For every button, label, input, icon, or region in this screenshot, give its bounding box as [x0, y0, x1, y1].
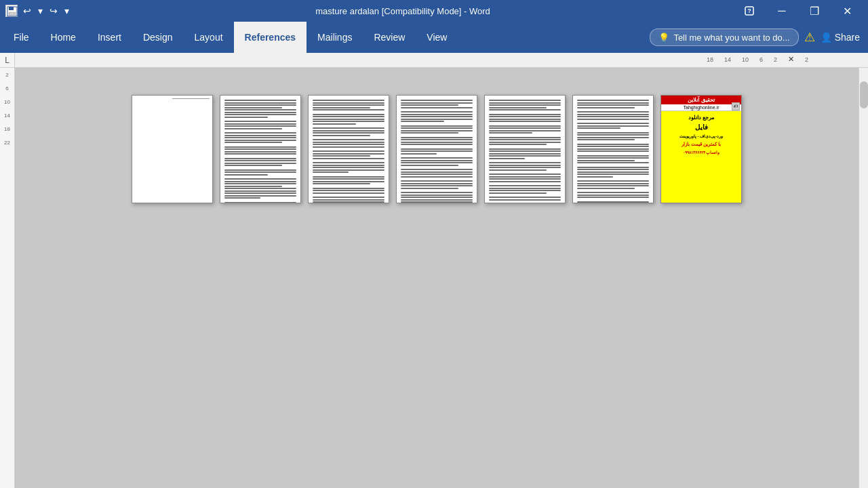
ribbon-right: 💡 Tell me what you want to do... ⚠ 👤 Sha…: [650, 28, 865, 46]
qat-customize-button[interactable]: ▾: [62, 4, 72, 18]
page-4-content: [397, 96, 477, 203]
left-num-18: 18: [4, 122, 10, 136]
page-3[interactable]: [308, 95, 389, 203]
ad-site: Tahghighonline.ir: [661, 104, 741, 111]
title-bar-title: masture ardalan [Compatibility Mode] - W…: [72, 6, 734, 16]
tell-me-box[interactable]: 💡 Tell me what you want to do...: [650, 28, 798, 46]
left-num-6: 6: [5, 81, 8, 95]
tab-references[interactable]: References: [234, 22, 307, 53]
ruler-num-2: 2: [774, 56, 777, 63]
share-label: Share: [835, 32, 860, 43]
ruler-cursor-mark: ✕: [788, 55, 794, 64]
page-6-content: [573, 96, 653, 203]
ribbon: File Home Insert Design Layout Reference…: [0, 22, 868, 53]
page-1[interactable]: [132, 95, 213, 203]
svg-rect-1: [9, 7, 14, 10]
ruler-num-2b: 2: [805, 56, 808, 63]
left-num-14: 14: [4, 108, 10, 122]
ruler-num-14: 14: [724, 56, 731, 63]
warning-icon[interactable]: ⚠: [804, 30, 815, 45]
restore-button[interactable]: ❐: [799, 0, 830, 22]
tab-home[interactable]: Home: [40, 22, 87, 53]
tab-file[interactable]: File: [3, 22, 40, 53]
pages-row: تحقیق آنلاین Tahghighonline.ir مرجع دانل…: [15, 95, 859, 203]
page-2[interactable]: [220, 95, 301, 203]
scroll-thumb[interactable]: [860, 81, 868, 108]
ruler-numbers: 18 14 10 6 2 ✕ 2: [701, 55, 814, 64]
page-1-content: [132, 96, 212, 203]
ad-body: مرجع دانلود فایل ورد-پی‌دی‌اف - پاورپوین…: [661, 111, 741, 203]
undo-dropdown[interactable]: ▾: [35, 4, 45, 18]
title-bar: ↩ ▾ ↪ ▾ masture ardalan [Compatibility M…: [0, 0, 868, 22]
left-num-22: 22: [4, 136, 10, 149]
main-area: 2 6 10 14 18 22: [0, 68, 868, 488]
ad-line-4: با کمترین قیمت بازار: [664, 141, 738, 148]
tab-design[interactable]: Design: [132, 22, 184, 53]
ad-line-1: مرجع دانلود: [664, 114, 738, 121]
undo-area: ↩ ▾ ↪ ▾: [20, 4, 72, 18]
title-bar-left: ↩ ▾ ↪ ▾: [5, 4, 72, 18]
left-ruler: 2 6 10 14 18 22: [0, 68, 15, 488]
tab-review[interactable]: Review: [363, 22, 416, 53]
redo-button[interactable]: ↪: [47, 4, 60, 18]
close-button[interactable]: ✕: [831, 0, 863, 22]
save-icon[interactable]: [5, 5, 18, 17]
share-button[interactable]: 👤 Share: [821, 32, 860, 43]
svg-text:?: ?: [747, 7, 751, 14]
tab-insert[interactable]: Insert: [87, 22, 132, 53]
left-num-10: 10: [4, 95, 10, 108]
vertical-scrollbar[interactable]: [859, 68, 868, 488]
page-4[interactable]: [396, 95, 477, 203]
lightbulb-icon: 💡: [658, 33, 669, 43]
tab-layout[interactable]: Layout: [184, 22, 234, 53]
left-ruler-numbers: 2 6 10 14 18 22: [4, 68, 10, 149]
svg-rect-2: [9, 12, 16, 16]
page-5-content: [485, 96, 565, 203]
undo-button[interactable]: ↩: [20, 4, 34, 18]
ruler-num-10: 10: [742, 56, 749, 63]
page-view[interactable]: تحقیق آنلاین Tahghighonline.ir مرجع دانل…: [15, 68, 859, 488]
ad-phone: ۰۹۹۸۱۳۶۶۶۲۴ واتساپ: [664, 150, 738, 155]
share-person-icon: 👤: [821, 32, 832, 43]
tab-view[interactable]: View: [416, 22, 458, 53]
page-5[interactable]: [484, 95, 566, 203]
ad-line-2: فایل: [664, 123, 738, 132]
tab-mailings[interactable]: Mailings: [307, 22, 363, 53]
page-2-content: [220, 96, 300, 203]
ruler-num-6: 6: [760, 56, 763, 63]
ad-badge: 🏷: [732, 102, 740, 110]
ruler-bar: L 18 14 10 6 2 ✕ 2: [0, 53, 868, 68]
ad-top-banner: تحقیق آنلاین: [661, 96, 741, 104]
page-6[interactable]: [572, 95, 654, 203]
ad-line-3: ورد-پی‌دی‌اف - پاورپوینت: [664, 134, 738, 139]
title-bar-controls: ? ─ ❐ ✕: [734, 0, 863, 22]
left-num-2: 2: [5, 68, 8, 81]
minimize-button[interactable]: ─: [766, 0, 797, 22]
ruler-corner[interactable]: L: [0, 53, 15, 68]
page-3-content: [309, 96, 389, 203]
tell-me-text: Tell me what you want to do...: [673, 33, 789, 43]
ruler-num-18: 18: [707, 56, 713, 63]
page-7-ad[interactable]: تحقیق آنلاین Tahghighonline.ir مرجع دانل…: [660, 95, 742, 203]
help-button[interactable]: ?: [734, 0, 765, 22]
